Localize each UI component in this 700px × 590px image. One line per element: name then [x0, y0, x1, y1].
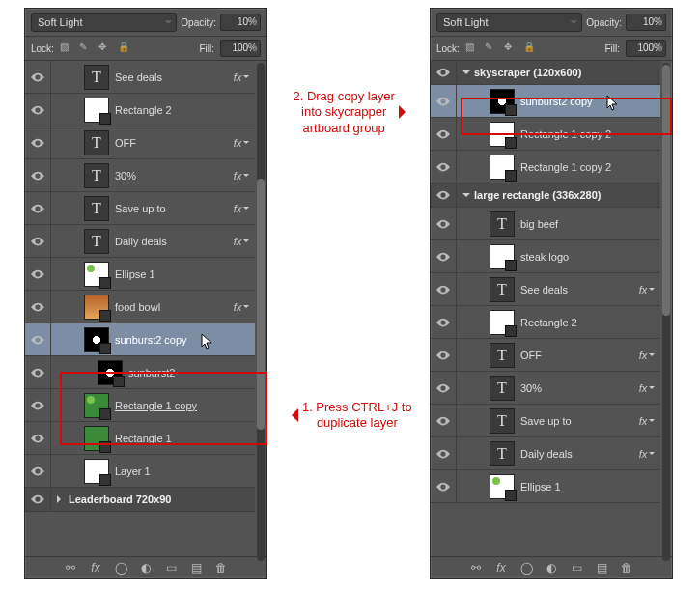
layer-name[interactable]: sunburst2	[128, 367, 255, 379]
fx-indicator[interactable]: fx	[228, 301, 255, 313]
visibility-eye-icon[interactable]	[25, 159, 51, 191]
visibility-eye-icon[interactable]	[25, 323, 51, 355]
fx-indicator[interactable]: fx	[228, 71, 255, 83]
layer-name[interactable]: Rectangle 2	[520, 317, 660, 328]
layer-thumbnail[interactable]: T	[490, 408, 515, 434]
visibility-eye-icon[interactable]	[25, 94, 51, 126]
visibility-eye-icon[interactable]	[25, 258, 51, 290]
visibility-eye-icon[interactable]	[431, 339, 457, 371]
lock-move-icon[interactable]: ✥	[98, 42, 112, 55]
visibility-eye-icon[interactable]	[431, 240, 457, 272]
new-layer-icon[interactable]: ▤	[189, 561, 203, 575]
layer-row[interactable]: Ellipse 1	[25, 258, 255, 291]
layer-thumbnail[interactable]: T	[490, 343, 515, 368]
layer-row[interactable]: TSee dealsfx	[431, 273, 660, 306]
fill-field[interactable]: 100%	[220, 40, 261, 57]
lock-move-icon[interactable]: ✥	[504, 42, 518, 55]
opacity-field[interactable]: 10%	[220, 14, 261, 31]
lock-all-icon[interactable]: 🔒	[523, 42, 537, 55]
layer-thumbnail[interactable]: T	[84, 130, 109, 155]
lock-icons[interactable]: ▧ ✎ ✥ 🔒	[465, 42, 537, 55]
layer-row[interactable]: sunburst2	[25, 356, 255, 389]
layer-row[interactable]: Rectangle 1 copy 2	[431, 118, 660, 151]
layer-thumbnail[interactable]	[490, 122, 515, 147]
layer-name[interactable]: 30%	[520, 382, 633, 394]
layer-row[interactable]: sunburst2 copy	[25, 323, 255, 356]
blend-mode-dropdown[interactable]: Soft Light	[436, 13, 582, 32]
artboard-group-row[interactable]: Leaderboard 720x90	[25, 488, 255, 512]
layer-row[interactable]: Ellipse 1	[431, 470, 660, 503]
chevron-right-icon[interactable]	[57, 495, 65, 503]
scrollbar[interactable]	[662, 63, 670, 561]
layer-thumbnail[interactable]: T	[490, 441, 515, 466]
fx-indicator[interactable]: fx	[228, 203, 255, 214]
scroll-thumb[interactable]	[662, 65, 670, 316]
layer-name[interactable]: Ellipse 1	[520, 481, 660, 492]
layer-thumbnail[interactable]	[84, 426, 109, 451]
layer-thumbnail[interactable]: T	[490, 376, 515, 401]
lock-transparency-icon[interactable]: ▧	[60, 42, 73, 55]
visibility-eye-icon[interactable]	[25, 488, 51, 511]
layer-name[interactable]: steak logo	[520, 251, 660, 263]
layer-row[interactable]: T30%fx	[431, 372, 660, 405]
blend-mode-dropdown[interactable]: Soft Light	[31, 13, 177, 32]
layer-row[interactable]: food bowlfx	[25, 291, 255, 323]
mask-icon[interactable]: ◯	[519, 561, 533, 575]
scroll-thumb[interactable]	[257, 179, 265, 430]
group-icon[interactable]: ▭	[164, 561, 178, 575]
layer-row[interactable]: sunburst2 copy	[431, 85, 660, 118]
fx-indicator[interactable]: fx	[633, 350, 660, 361]
visibility-eye-icon[interactable]	[25, 389, 51, 421]
visibility-eye-icon[interactable]	[25, 422, 51, 454]
visibility-eye-icon[interactable]	[431, 151, 457, 183]
visibility-eye-icon[interactable]	[25, 192, 51, 224]
adjustment-icon[interactable]: ◐	[545, 561, 558, 575]
visibility-eye-icon[interactable]	[431, 61, 457, 84]
layer-name[interactable]: Ellipse 1	[115, 268, 255, 280]
visibility-eye-icon[interactable]	[25, 291, 51, 323]
group-icon[interactable]: ▭	[570, 561, 583, 575]
visibility-eye-icon[interactable]	[431, 437, 457, 469]
visibility-eye-icon[interactable]	[431, 118, 457, 150]
layer-row[interactable]: TOFFfx	[25, 126, 255, 159]
visibility-eye-icon[interactable]	[431, 405, 457, 436]
lock-all-icon[interactable]: 🔒	[118, 42, 131, 55]
layer-name[interactable]: Daily deals	[520, 448, 633, 460]
layer-name[interactable]: food bowl	[115, 301, 228, 313]
fx-indicator[interactable]: fx	[228, 236, 255, 247]
scrollbar[interactable]	[257, 63, 265, 561]
layer-name[interactable]: big beef	[520, 218, 660, 230]
layer-row[interactable]: T30%fx	[25, 159, 255, 192]
layer-thumbnail[interactable]: T	[84, 65, 109, 90]
visibility-eye-icon[interactable]	[431, 208, 457, 239]
layer-row[interactable]: Rectangle 1 copy 2	[431, 151, 660, 183]
fx-indicator[interactable]: fx	[228, 137, 255, 149]
layer-name[interactable]: Daily deals	[115, 236, 228, 247]
chevron-down-icon[interactable]	[462, 70, 470, 78]
layer-thumbnail[interactable]	[490, 310, 515, 335]
layer-thumbnail[interactable]	[84, 98, 109, 123]
visibility-eye-icon[interactable]	[431, 470, 457, 502]
chevron-down-icon[interactable]	[462, 193, 470, 201]
visibility-eye-icon[interactable]	[431, 372, 457, 404]
fx-indicator[interactable]: fx	[633, 382, 660, 394]
lock-icons[interactable]: ▧ ✎ ✥ 🔒	[60, 42, 131, 55]
layer-thumbnail[interactable]	[98, 360, 123, 385]
layer-thumbnail[interactable]	[84, 393, 109, 418]
layer-row[interactable]: Rectangle 2	[25, 94, 255, 126]
layer-name[interactable]: Rectangle 1	[115, 433, 255, 444]
fx-indicator[interactable]: fx	[633, 448, 660, 460]
lock-brush-icon[interactable]: ✎	[485, 42, 498, 55]
link-icon[interactable]: ⚯	[469, 561, 483, 575]
layer-thumbnail[interactable]	[490, 474, 515, 499]
layer-row[interactable]: Tbig beef	[431, 208, 660, 240]
lock-brush-icon[interactable]: ✎	[79, 42, 93, 55]
layer-row[interactable]: TSee dealsfx	[25, 61, 255, 94]
opacity-field[interactable]: 10%	[626, 14, 666, 31]
layer-name[interactable]: Rectangle 1 copy	[115, 400, 255, 411]
fx-icon[interactable]: fx	[494, 561, 508, 575]
layer-thumbnail[interactable]	[84, 459, 109, 484]
new-layer-icon[interactable]: ▤	[595, 561, 608, 575]
visibility-eye-icon[interactable]	[25, 356, 51, 388]
layer-name[interactable]: Rectangle 2	[115, 104, 255, 116]
